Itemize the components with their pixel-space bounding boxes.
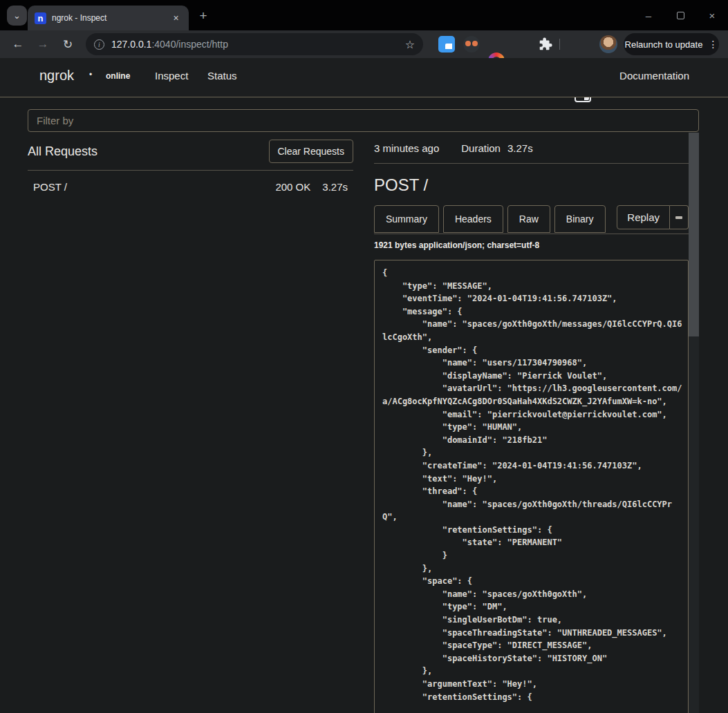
status-dot-icon: • — [89, 70, 92, 79]
extension-window-icon[interactable] — [438, 36, 455, 53]
scrollbar-thumb[interactable] — [689, 133, 699, 336]
tab-binary[interactable]: Binary — [554, 205, 606, 233]
menu-kebab-icon[interactable]: ⋮ — [708, 39, 718, 50]
replay-button[interactable]: Replay — [617, 205, 670, 229]
request-duration: 3.27s — [322, 181, 348, 193]
detail-tabs: Summary Headers Raw Binary Replay — [374, 205, 689, 234]
window-controls: – × — [633, 0, 728, 30]
back-icon: ← — [12, 37, 24, 51]
ngrok-brand[interactable]: ngrok — [39, 68, 74, 84]
request-body-json: { "type": "MESSAGE", "eventTime": "2024-… — [382, 267, 685, 703]
ngrok-favicon-icon: n — [35, 12, 46, 24]
ngrok-navbar: ngrok • online Inspect Status Documentat… — [0, 58, 728, 97]
tab-summary[interactable]: Summary — [374, 205, 439, 233]
back-button[interactable]: ← — [8, 35, 28, 54]
maximize-button[interactable] — [664, 0, 696, 30]
nav-documentation[interactable]: Documentation — [619, 70, 689, 82]
extensions-puzzle-icon[interactable] — [538, 37, 554, 53]
new-tab-button[interactable]: + — [194, 7, 212, 25]
detail-title: POST / — [374, 175, 689, 195]
replay-dropdown-button[interactable] — [670, 205, 689, 229]
bookmark-star-icon[interactable]: ☆ — [405, 38, 415, 51]
minimize-button[interactable]: – — [633, 0, 664, 30]
requests-panel: All Requests Clear Requests POST / 200 O… — [28, 132, 353, 713]
tab-title: ngrok - Inspect — [52, 13, 170, 23]
minimize-icon: – — [646, 10, 651, 21]
tab-headers[interactable]: Headers — [443, 205, 503, 233]
duration-label: Duration — [461, 142, 501, 154]
scrollbar[interactable] — [689, 133, 699, 713]
tab-close-icon[interactable]: × — [170, 12, 182, 24]
extension-goggles-icon[interactable] — [463, 36, 480, 53]
profile-avatar[interactable] — [599, 35, 617, 53]
address-bar[interactable]: i 127.0.0.1:4040/inspect/http ☆ — [86, 33, 423, 55]
forward-button[interactable]: → — [33, 35, 53, 54]
url-path: :4040/inspect/http — [151, 39, 228, 50]
replay-split-button: Replay — [617, 205, 689, 229]
nav-status[interactable]: Status — [207, 70, 237, 82]
requests-title: All Requests — [28, 144, 269, 159]
request-time-ago: 3 minutes ago — [374, 142, 439, 154]
close-button[interactable]: × — [696, 0, 728, 30]
content-type-info: 1921 bytes application/json; charset=utf… — [374, 240, 689, 250]
maximize-icon — [677, 12, 684, 19]
tab-raw[interactable]: Raw — [507, 205, 550, 233]
url-text: 127.0.0.1:4040/inspect/http — [111, 39, 405, 50]
online-status: online — [106, 71, 130, 81]
replay-caret-icon — [675, 216, 682, 219]
filter-input[interactable] — [28, 109, 699, 132]
detail-divider — [374, 163, 689, 164]
relaunch-label: Relaunch to update — [625, 39, 703, 50]
detail-panel: 3 minutes ago Duration 3.27s POST / Summ… — [374, 132, 700, 713]
main-content: All Requests Clear Requests POST / 200 O… — [28, 132, 700, 713]
request-row[interactable]: POST / 200 OK 3.27s — [28, 171, 353, 203]
tab-strip: ⌄ n ngrok - Inspect × + – × — [0, 0, 728, 30]
duration-value: 3.27s — [507, 142, 533, 154]
reload-button[interactable]: ↻ — [58, 35, 77, 54]
reload-icon: ↻ — [63, 37, 73, 52]
chevron-down-icon: ⌄ — [13, 10, 21, 21]
relaunch-to-update-button[interactable]: Relaunch to update ⋮ — [624, 33, 719, 55]
request-body-block: { "type": "MESSAGE", "eventTime": "2024-… — [374, 260, 689, 713]
site-info-icon[interactable]: i — [94, 39, 104, 50]
request-status: 200 OK — [275, 181, 310, 193]
clear-requests-button[interactable]: Clear Requests — [269, 140, 354, 163]
url-host: 127.0.0.1 — [111, 39, 151, 50]
browser-tab[interactable]: n ngrok - Inspect × — [28, 6, 189, 30]
tab-search-button[interactable]: ⌄ — [7, 6, 27, 26]
browser-window: ⌄ n ngrok - Inspect × + – × ← → ↻ — [0, 0, 728, 713]
toolbar-divider — [559, 39, 560, 50]
request-method-path: POST / — [33, 181, 275, 193]
forward-icon: → — [37, 37, 49, 51]
browser-toolbar: ← → ↻ i 127.0.0.1:4040/inspect/http ☆ Re… — [0, 30, 728, 58]
nav-inspect[interactable]: Inspect — [155, 70, 188, 82]
close-icon: × — [709, 10, 716, 21]
